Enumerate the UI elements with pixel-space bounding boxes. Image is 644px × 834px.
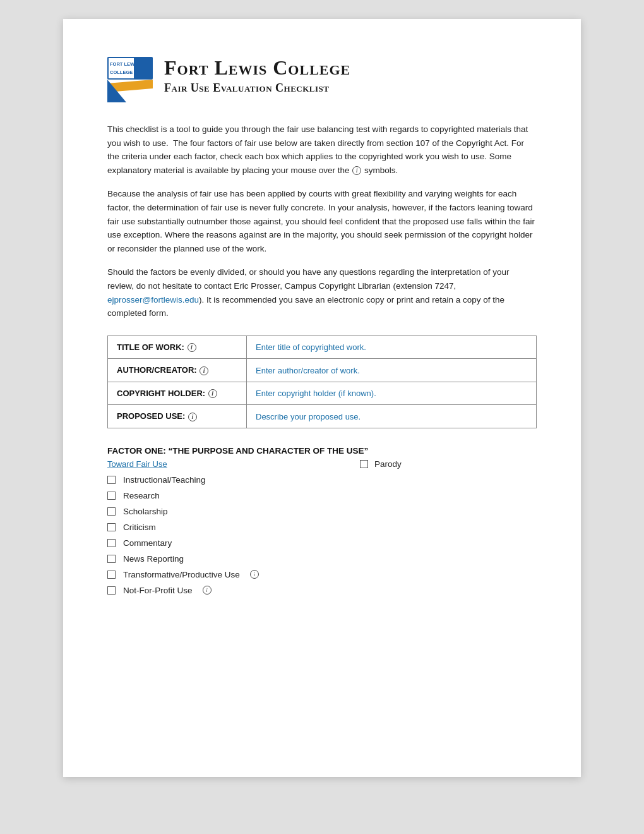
proposed-use-value[interactable]: Describe your proposed use. (247, 405, 537, 428)
info-icon-nonprofit: i (203, 586, 212, 595)
checkbox-scholarship-label: Scholarship (123, 507, 168, 516)
page: FORT LEWIS COLLEGE COLLEGE FO (63, 19, 581, 777)
checkbox-research-label: Research (123, 491, 160, 500)
checkbox-instructional: Instructional/Teaching (107, 475, 537, 485)
table-row: COPYRIGHT HOLDER: i Enter copyright hold… (108, 382, 537, 405)
parody-label: Parody (374, 459, 402, 469)
info-icon-intro: i (352, 166, 361, 175)
college-name: Fort Lewis College (164, 57, 350, 79)
title-label: TITLE OF WORK: i (108, 335, 247, 359)
checkbox-scholarship: Scholarship (107, 507, 537, 516)
checkbox-nonprofit-box[interactable] (107, 586, 116, 595)
svg-rect-19 (135, 58, 152, 78)
checkbox-research-box[interactable] (107, 492, 116, 500)
proposed-use-label: PROPOSED USE: i (108, 405, 247, 428)
parody-checkbox[interactable] (360, 460, 368, 468)
checkbox-transformative-box[interactable] (107, 571, 116, 579)
table-row: AUTHOR/CREATOR: i Enter author/creator o… (108, 359, 537, 382)
info-icon-proposed-use: i (188, 413, 197, 421)
checkbox-transformative: Transformative/Productive Use i (107, 570, 537, 579)
copyright-holder-value[interactable]: Enter copyright holder (if known). (247, 382, 537, 405)
header-text: Fort Lewis College Fair Use Evaluation C… (164, 57, 350, 95)
intro-paragraph-3: Should the factors be evenly divided, or… (107, 265, 537, 320)
work-info-table: TITLE OF WORK: i Enter title of copyrigh… (107, 335, 537, 428)
checkbox-commentary-box[interactable] (107, 539, 116, 547)
title-value[interactable]: Enter title of copyrighted work. (247, 335, 537, 359)
checkbox-news-reporting: News Reporting (107, 554, 537, 564)
checkbox-instructional-box[interactable] (107, 476, 116, 484)
author-label: AUTHOR/CREATOR: i (108, 359, 247, 382)
factor-one-heading: FACTOR ONE: “THE PURPOSE AND CHARACTER O… (107, 446, 537, 456)
checkbox-instructional-label: Instructional/Teaching (123, 475, 206, 485)
checklist-title: Fair Use Evaluation Checklist (164, 82, 350, 95)
checkbox-nonprofit-label: Not-For-Profit Use (123, 586, 193, 595)
checkbox-criticism: Criticism (107, 523, 537, 532)
checkbox-research: Research (107, 491, 537, 500)
factor-one-section: FACTOR ONE: “THE PURPOSE AND CHARACTER O… (107, 446, 537, 595)
table-row: PROPOSED USE: i Describe your proposed u… (108, 405, 537, 428)
table-row: TITLE OF WORK: i Enter title of copyrigh… (108, 335, 537, 359)
college-logo: FORT LEWIS COLLEGE COLLEGE FO (107, 57, 153, 102)
author-value[interactable]: Enter author/creator of work. (247, 359, 537, 382)
checkbox-commentary-label: Commentary (123, 538, 172, 548)
email-link[interactable]: ejprosser@fortlewis.edu (107, 295, 199, 305)
intro-paragraph-1: This checklist is a tool to guide you th… (107, 123, 537, 177)
svg-text:COLLEGE: COLLEGE (110, 70, 133, 75)
copyright-holder-label: COPYRIGHT HOLDER: i (108, 382, 247, 405)
info-icon-transformative: i (250, 570, 259, 579)
checkbox-criticism-box[interactable] (107, 523, 116, 531)
checkbox-criticism-label: Criticism (123, 523, 156, 532)
checkbox-news-reporting-label: News Reporting (123, 554, 184, 564)
info-icon-copyright: i (208, 389, 217, 398)
info-icon-author: i (200, 366, 208, 375)
info-icon-title: i (188, 343, 196, 352)
checkbox-transformative-label: Transformative/Productive Use (123, 570, 240, 579)
header: FORT LEWIS COLLEGE COLLEGE FO (107, 57, 537, 102)
intro-paragraph-2: Because the analysis of fair use has bee… (107, 187, 537, 255)
checkbox-news-reporting-box[interactable] (107, 555, 116, 563)
checkbox-scholarship-box[interactable] (107, 507, 116, 516)
toward-fair-use-label: Toward Fair Use (107, 459, 167, 469)
svg-text:FORT LEWIS: FORT LEWIS (110, 61, 139, 67)
checkbox-nonprofit: Not-For-Profit Use i (107, 586, 537, 595)
checkbox-commentary: Commentary (107, 538, 537, 548)
